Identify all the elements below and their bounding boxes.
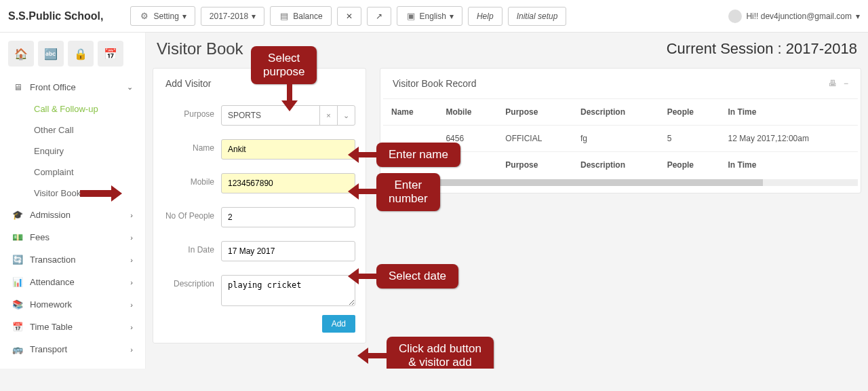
add-visitor-heading: Add Visitor [153, 69, 366, 98]
print-icon[interactable]: 🖶 [829, 79, 837, 88]
wallet-icon: ▤ [279, 11, 290, 21]
sidebar: 🏠 🔤 🔒 📅 🖥Front Office⌄ Call & Follow-up … [0, 33, 146, 369]
sidebar-item-fees[interactable]: 💵Fees› [4, 226, 141, 248]
user-menu[interactable]: Hi!! dev4junction@gmail.com ▾ [728, 10, 860, 23]
calendar-icon-button[interactable]: 📅 [98, 41, 123, 67]
visitor-record-panel: Visitor Book Record 🖶 − Name Mobile Purp… [380, 68, 861, 193]
td-purpose: OFFICIAL [497, 126, 572, 152]
sidebar-sub-call-followup[interactable]: Call & Follow-up [4, 98, 141, 119]
horizontal-scrollbar[interactable] [383, 179, 858, 186]
brand: S.S.Public School, [8, 10, 130, 22]
page-title: Visitor Book [157, 39, 243, 58]
sidebar-item-time-table[interactable]: 📅Time Table› [4, 316, 141, 338]
in-date-input[interactable] [221, 241, 355, 261]
help-button[interactable]: Help [468, 7, 502, 26]
sidebar-item-homework[interactable]: 📚Homework› [4, 293, 141, 316]
th-name[interactable]: Name [383, 99, 437, 126]
sidebar-item-admission[interactable]: 🎓Admission› [4, 204, 141, 226]
annotation-arrow [80, 185, 122, 202]
name-label: Name [163, 139, 221, 153]
th-people[interactable]: People [659, 99, 720, 126]
session-label: Current Session : 2017-2018 [667, 40, 857, 58]
description-label: Description [163, 275, 221, 288]
sidebar-item-label: Front Office [30, 82, 76, 92]
add-button[interactable]: Add [322, 315, 355, 333]
language-label: English [420, 12, 446, 21]
balance-label: Balance [293, 12, 322, 21]
topbar: S.S.Public School, ⚙Setting▾ 2017-2018▾ … [0, 0, 868, 33]
name-input[interactable] [221, 139, 355, 160]
in-date-label: In Date [163, 241, 221, 255]
chevron-right-icon: › [130, 211, 133, 219]
chevron-right-icon: › [130, 256, 133, 264]
graduation-icon: 🎓 [12, 210, 23, 220]
sidebar-item-label: Transport [30, 344, 67, 354]
table-row[interactable]: 6456 OFFICIAL fg 5 12 May 2017,12:00am [383, 126, 858, 152]
resize-icon: ↗ [376, 12, 382, 21]
visitor-table-container: Name Mobile Purpose Description People I… [380, 98, 861, 193]
sidebar-sub-enquiry[interactable]: Enquiry [4, 141, 141, 162]
td-people: 5 [659, 126, 720, 152]
refresh-icon: 🔄 [12, 255, 23, 265]
initial-setup-button[interactable]: Initial setup [508, 7, 567, 26]
callout-select-date: Select date [376, 264, 458, 288]
help-label: Help [477, 12, 494, 21]
chevron-right-icon: › [130, 323, 133, 331]
visitor-table: Name Mobile Purpose Description People I… [383, 98, 858, 178]
chevron-right-icon: › [130, 346, 133, 354]
lock-icon-button[interactable]: 🔒 [68, 41, 94, 67]
chevron-right-icon: › [130, 301, 133, 309]
annotation-arrow [357, 348, 387, 364]
balance-button[interactable]: ▤Balance [270, 6, 331, 26]
calendar-icon: 📅 [12, 322, 23, 332]
language-dropdown[interactable]: ▣English ▾ [397, 6, 462, 26]
sidebar-sub-other-call[interactable]: Other Call [4, 119, 141, 141]
td-mobile: 6456 [437, 126, 497, 152]
sidebar-item-label: Visitor Book [34, 188, 81, 198]
translate-icon-button[interactable]: 🔤 [38, 41, 64, 67]
description-textarea[interactable]: playing cricket [221, 275, 355, 306]
purpose-dropdown-button[interactable]: ⌄ [337, 106, 355, 125]
mobile-input[interactable] [221, 173, 355, 193]
sidebar-item-front-office[interactable]: 🖥Front Office⌄ [4, 76, 141, 98]
book-icon: 📚 [12, 299, 23, 310]
user-greeting: Hi!! dev4junction@gmail.com [746, 12, 852, 21]
caret-down-icon: ▾ [450, 12, 454, 21]
sidebar-item-label: Fees [30, 232, 50, 242]
sidebar-item-label: Homework [30, 299, 72, 310]
purpose-clear-button[interactable]: × [319, 106, 337, 125]
no-people-label: No Of People [163, 207, 221, 221]
sidebar-item-transaction[interactable]: 🔄Transaction› [4, 248, 141, 271]
resize-button[interactable]: ↗ [367, 7, 391, 26]
collapse-icon[interactable]: − [844, 79, 848, 88]
td-description: fg [572, 126, 659, 152]
year-label: 2017-2018 [210, 12, 248, 21]
avatar [728, 10, 742, 23]
purpose-value: SPORTS [222, 106, 319, 125]
th-purpose[interactable]: Purpose [497, 99, 572, 126]
purpose-label: Purpose [163, 105, 221, 119]
home-icon-button[interactable]: 🏠 [8, 41, 34, 67]
scroll-thumb[interactable] [383, 179, 763, 186]
caret-down-icon: ▾ [856, 12, 860, 21]
td-intime: 12 May 2017,12:00am [720, 126, 858, 152]
table-row[interactable]: Purpose Description People In Time [383, 152, 858, 179]
flag-icon: ▣ [406, 11, 416, 21]
no-people-input[interactable] [221, 207, 355, 227]
th-description[interactable]: Description [572, 99, 659, 126]
initial-setup-label: Initial setup [517, 12, 558, 21]
chevron-right-icon: › [130, 234, 133, 242]
visitor-record-heading: Visitor Book Record [393, 78, 476, 89]
sidebar-sub-complaint[interactable]: Complaint [4, 162, 141, 183]
add-visitor-panel: Add Visitor Purpose SPORTS × ⌄ Name [153, 68, 366, 343]
th-mobile[interactable]: Mobile [437, 99, 497, 126]
setting-dropdown[interactable]: ⚙Setting▾ [130, 6, 195, 26]
th-description: Description [580, 160, 625, 170]
sidebar-item-transport[interactable]: 🚌Transport› [4, 338, 141, 360]
th-intime[interactable]: In Time [720, 99, 858, 126]
fullscreen-button[interactable]: ✕ [337, 7, 361, 26]
purpose-select[interactable]: SPORTS × ⌄ [221, 105, 355, 126]
sidebar-item-attendance[interactable]: 📊Attendance› [4, 271, 141, 293]
year-dropdown[interactable]: 2017-2018▾ [201, 7, 264, 26]
sidebar-sub-visitor-book[interactable]: Visitor Book [4, 183, 141, 204]
